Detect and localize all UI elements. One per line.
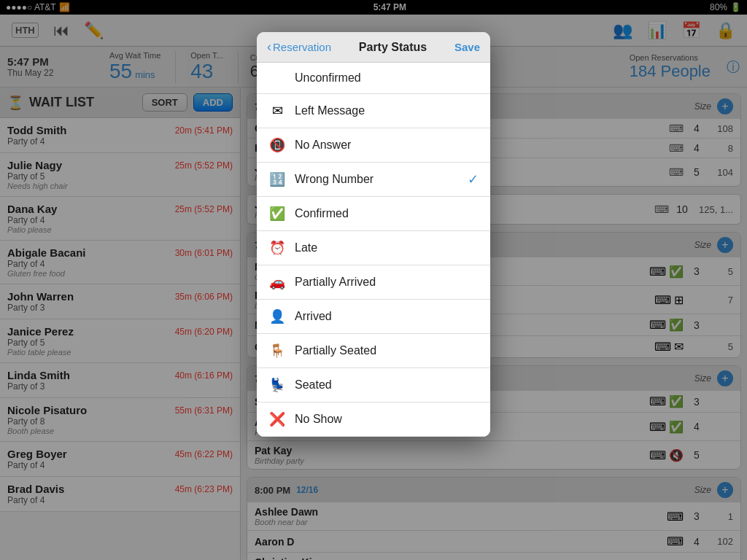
- modal-title: Party Status: [331, 41, 454, 54]
- modal-overlay: ‹ Reservation Party Status Save Unconfir…: [0, 0, 747, 560]
- party-status-option[interactable]: ⏰ Late: [257, 231, 490, 265]
- status-label: Partially Seated: [295, 344, 479, 357]
- modal-items-list: Unconfirmed ✉ Left Message 📵 No Answer 🔢…: [257, 63, 490, 437]
- status-icon: 📵: [268, 137, 286, 153]
- status-label: Arrived: [295, 310, 479, 323]
- status-icon: 👤: [268, 308, 286, 324]
- party-status-modal: ‹ Reservation Party Status Save Unconfir…: [257, 32, 490, 437]
- modal-save-button[interactable]: Save: [454, 41, 480, 53]
- chevron-left-icon: ‹: [267, 39, 271, 55]
- status-icon: 💺: [268, 377, 286, 393]
- party-status-option[interactable]: 💺 Seated: [257, 368, 490, 402]
- status-icon: ✅: [268, 206, 286, 222]
- status-icon: ❌: [268, 411, 286, 427]
- status-label: Left Message: [295, 104, 479, 117]
- checkmark-icon: ✓: [468, 171, 479, 187]
- party-status-option[interactable]: 🚗 Partially Arrived: [257, 265, 490, 300]
- status-icon: 🚗: [268, 274, 286, 290]
- party-status-option[interactable]: ✉ Left Message: [257, 94, 490, 128]
- party-status-option[interactable]: 🪑 Partially Seated: [257, 334, 490, 368]
- status-icon: ✉: [268, 103, 286, 119]
- status-label: Late: [295, 241, 479, 254]
- party-status-option[interactable]: 🔢 Wrong Number ✓: [257, 163, 490, 197]
- status-label: Unconfirmed: [295, 71, 479, 85]
- status-label: Wrong Number: [295, 173, 459, 186]
- party-status-option[interactable]: ❌ No Show: [257, 402, 490, 437]
- party-status-option[interactable]: 📵 No Answer: [257, 128, 490, 163]
- modal-header: ‹ Reservation Party Status Save: [257, 32, 490, 63]
- status-label: Partially Arrived: [295, 276, 479, 289]
- modal-back-button[interactable]: ‹ Reservation: [267, 39, 331, 55]
- status-label: Confirmed: [295, 207, 479, 220]
- status-label: No Show: [295, 413, 479, 426]
- status-label: No Answer: [295, 139, 479, 152]
- modal-back-label: Reservation: [273, 41, 331, 53]
- status-icon: ⏰: [268, 240, 286, 256]
- status-icon: 🪑: [268, 343, 286, 359]
- party-status-option[interactable]: 👤 Arrived: [257, 300, 490, 334]
- party-status-option[interactable]: Unconfirmed: [257, 63, 490, 94]
- status-icon: 🔢: [268, 171, 286, 187]
- status-label: Seated: [295, 378, 479, 392]
- party-status-option[interactable]: ✅ Confirmed: [257, 197, 490, 231]
